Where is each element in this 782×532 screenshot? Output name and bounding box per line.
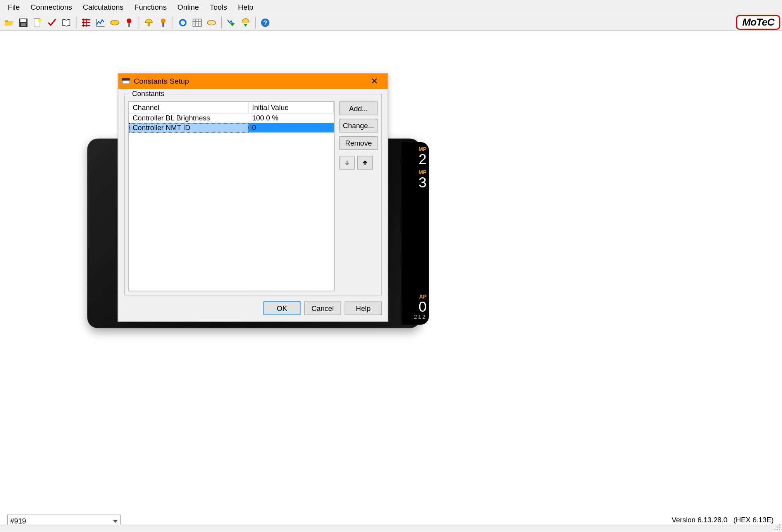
arrow-up-icon — [362, 159, 369, 166]
dialog-footer: OK Cancel Help — [118, 302, 388, 321]
cancel-button[interactable]: Cancel — [304, 302, 341, 315]
toolbar-separator — [173, 16, 174, 28]
cell-channel: Controller NMT ID — [129, 123, 248, 133]
constants-groupbox: Constants Channel Initial Value Controll… — [124, 94, 382, 295]
check-icon[interactable] — [45, 16, 59, 29]
device-readout-2: MP 3 — [404, 170, 427, 190]
add-button[interactable]: Add... — [339, 101, 378, 115]
new-page-icon[interactable] — [31, 16, 44, 29]
chevron-down-icon — [113, 520, 117, 523]
help-button[interactable]: Help — [345, 302, 382, 315]
svg-rect-1 — [20, 19, 26, 22]
device-readout-2-value: 3 — [404, 175, 427, 190]
remove-button[interactable]: Remove — [339, 136, 378, 149]
dialog-title: Constants Setup — [134, 77, 189, 86]
menu-help[interactable]: Help — [233, 2, 258, 12]
layout-selector-value: #919 — [10, 517, 26, 525]
constants-setup-dialog: Constants Setup ✕ Constants Channel Init… — [118, 73, 388, 322]
svg-rect-12 — [193, 19, 202, 26]
device-readout-1-value: 2 — [404, 152, 427, 166]
book-icon[interactable] — [60, 16, 73, 29]
mushroom-green-icon[interactable] — [239, 16, 252, 29]
svg-rect-7 — [128, 22, 129, 27]
menu-bar: File Connections Calculations Functions … — [0, 0, 782, 14]
move-down-button[interactable] — [339, 156, 355, 169]
device-readout-1: MP 2 — [404, 147, 427, 166]
svg-point-5 — [110, 20, 119, 25]
tag-beige-icon[interactable] — [205, 16, 218, 29]
save-icon[interactable] — [17, 16, 30, 29]
table-row[interactable]: Controller NMT ID 0 — [129, 123, 334, 133]
menu-tools[interactable]: Tools — [204, 2, 233, 12]
svg-text:?: ? — [263, 19, 267, 26]
svg-point-11 — [180, 19, 186, 25]
tag-yellow-icon[interactable] — [108, 16, 121, 29]
cell-channel: Controller BL Brightness — [129, 113, 248, 123]
svg-point-9 — [161, 18, 165, 23]
groupbox-legend: Constants — [130, 89, 167, 98]
device-model-label: 212 — [404, 314, 427, 320]
blue-circle-icon[interactable] — [176, 16, 189, 29]
menu-calculations[interactable]: Calculations — [78, 2, 129, 12]
dialog-titlebar[interactable]: Constants Setup ✕ — [118, 74, 388, 89]
svg-point-4 — [38, 18, 42, 22]
status-bar: #919 Version 6.13.28.0 (HEX 6.13E) — [0, 511, 782, 532]
ok-button[interactable]: OK — [264, 302, 301, 315]
grid-icon[interactable] — [191, 16, 204, 29]
work-area: MP 2 MP 3 AP 0 212 — [0, 31, 782, 511]
menu-functions[interactable]: Functions — [129, 2, 172, 12]
bottom-strip — [0, 525, 782, 532]
device-readout-lap: AP 0 — [404, 294, 427, 314]
toolbar-separator — [221, 16, 222, 28]
svg-rect-8 — [148, 22, 150, 26]
table-row[interactable]: Controller BL Brightness 100.0 % — [129, 113, 334, 123]
list-button-column: Add... Change... Remove — [339, 101, 378, 291]
menu-online[interactable]: Online — [172, 2, 204, 12]
resize-grip[interactable] — [773, 523, 780, 530]
toolbar-separator — [76, 16, 77, 28]
close-icon[interactable]: ✕ — [365, 74, 384, 88]
window-icon — [122, 78, 130, 84]
svg-point-6 — [127, 18, 131, 23]
move-up-button[interactable] — [357, 156, 373, 169]
pin-orange-icon[interactable] — [157, 16, 170, 29]
version-label: Version 6.13.28.0 (HEX 6.13E) — [672, 516, 773, 524]
constants-list[interactable]: Channel Initial Value Controller BL Brig… — [128, 101, 334, 291]
menu-file[interactable]: File — [2, 2, 25, 12]
device-readout-lap-value: 0 — [404, 300, 427, 314]
chart-down-green-icon[interactable] — [225, 16, 238, 29]
line-chart-icon[interactable] — [94, 16, 107, 29]
open-icon[interactable] — [2, 16, 16, 29]
svg-point-13 — [207, 20, 216, 25]
device-screen-strip: MP 2 MP 3 AP 0 212 — [401, 142, 429, 325]
help-blue-icon[interactable]: ? — [259, 16, 272, 29]
cell-initial: 100.0 % — [248, 113, 334, 123]
toolbar-separator — [139, 16, 140, 28]
svg-rect-2 — [21, 23, 26, 26]
change-button[interactable]: Change... — [339, 119, 378, 132]
list-header: Channel Initial Value — [129, 102, 334, 113]
pin-red-icon[interactable] — [122, 16, 136, 29]
brand-logo: MoTeC — [736, 15, 780, 30]
mushroom-yellow-icon[interactable] — [142, 16, 155, 29]
cell-initial: 0 — [248, 123, 334, 133]
svg-rect-10 — [162, 22, 164, 27]
bars-red-icon[interactable] — [79, 16, 93, 29]
arrow-down-icon — [343, 159, 350, 166]
toolbar: ? — [0, 14, 782, 31]
toolbar-separator — [255, 16, 256, 28]
col-initial[interactable]: Initial Value — [248, 102, 334, 113]
col-channel[interactable]: Channel — [129, 102, 248, 113]
menu-connections[interactable]: Connections — [25, 2, 78, 12]
